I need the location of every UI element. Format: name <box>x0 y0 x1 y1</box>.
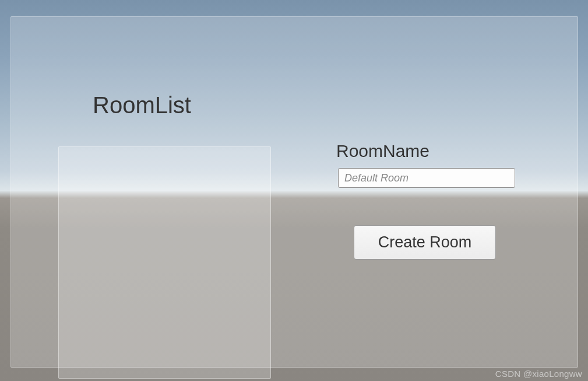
room-list-label: RoomList <box>93 92 191 118</box>
room-list-scrollview[interactable] <box>58 146 271 379</box>
ui-panel: RoomList RoomName Create Room <box>10 16 578 368</box>
watermark: CSDN @xiaoLongww <box>495 369 582 379</box>
room-name-input[interactable] <box>338 168 515 188</box>
room-name-label: RoomName <box>336 141 429 161</box>
create-room-button[interactable]: Create Room <box>354 225 496 260</box>
